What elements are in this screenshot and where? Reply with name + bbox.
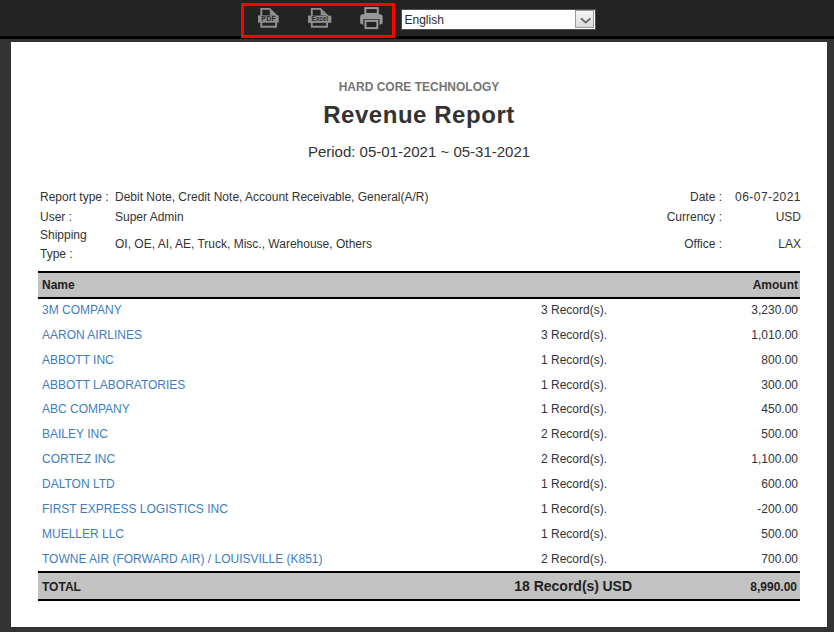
svg-text:PDF: PDF	[261, 15, 276, 22]
svg-text:Excel: Excel	[311, 15, 328, 22]
